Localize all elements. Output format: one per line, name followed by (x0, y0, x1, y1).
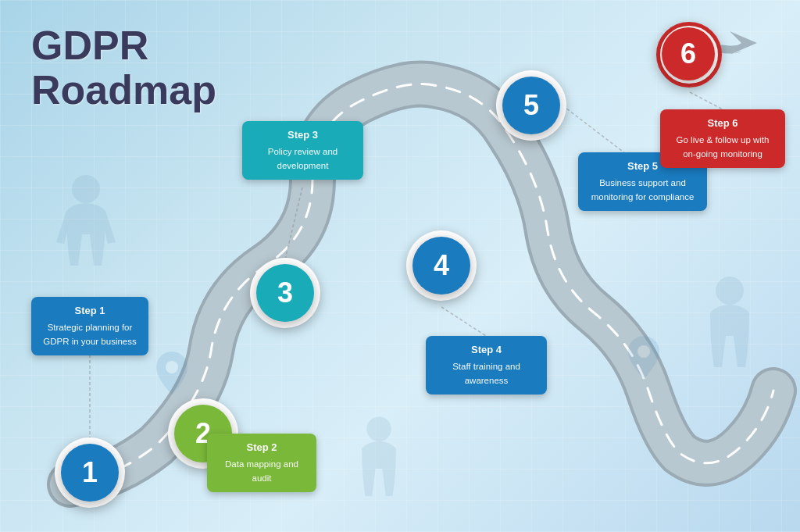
map-pin-2 (628, 336, 659, 379)
svg-point-2 (716, 277, 744, 305)
main-title: GDPR Roadmap (31, 23, 216, 112)
svg-line-10 (690, 92, 723, 109)
person-silhouette-2 (352, 414, 406, 496)
svg-point-3 (166, 361, 178, 373)
step6-circle: 6 (662, 27, 715, 80)
svg-point-1 (366, 417, 391, 442)
step1-circle: 1 (61, 444, 119, 502)
person-silhouette-3 (698, 273, 761, 367)
step3-label: Step 3 (253, 129, 352, 141)
step2-desc: Data mapping and audit (225, 459, 298, 483)
svg-line-8 (441, 307, 486, 336)
step2-label: Step 2 (218, 441, 305, 453)
step3-desc: Policy review and development (268, 147, 338, 170)
svg-point-0 (72, 175, 100, 203)
step4-desc: Staff training and awareness (452, 362, 520, 385)
step3-circle: 3 (256, 264, 314, 322)
step6-box: Step 6 Go live & follow up with on-going… (660, 109, 785, 168)
step5-circle: 5 (502, 77, 560, 134)
step1-desc: Strategic planning for GDPR in your busi… (43, 323, 137, 346)
step1-label: Step 1 (42, 305, 138, 316)
svg-line-7 (285, 187, 302, 259)
step4-circle: 4 (412, 237, 470, 295)
step6-desc: Go live & follow up with on-going monito… (677, 135, 770, 159)
main-canvas: GDPR Roadmap 1 (0, 0, 800, 532)
person-silhouette-1 (55, 172, 117, 266)
step6-label: Step 6 (671, 117, 774, 129)
step4-box: Step 4 Staff training and awareness (426, 336, 547, 395)
svg-point-4 (638, 345, 650, 358)
step5-desc: Business support and monitoring for comp… (591, 178, 695, 202)
step4-label: Step 4 (437, 344, 536, 355)
svg-line-9 (562, 105, 629, 156)
map-pin-1 (156, 352, 188, 395)
step3-box: Step 3 Policy review and development (242, 121, 363, 180)
step1-box: Step 1 Strategic planning for GDPR in yo… (31, 297, 148, 355)
step2-box: Step 2 Data mapping and audit (207, 434, 316, 492)
